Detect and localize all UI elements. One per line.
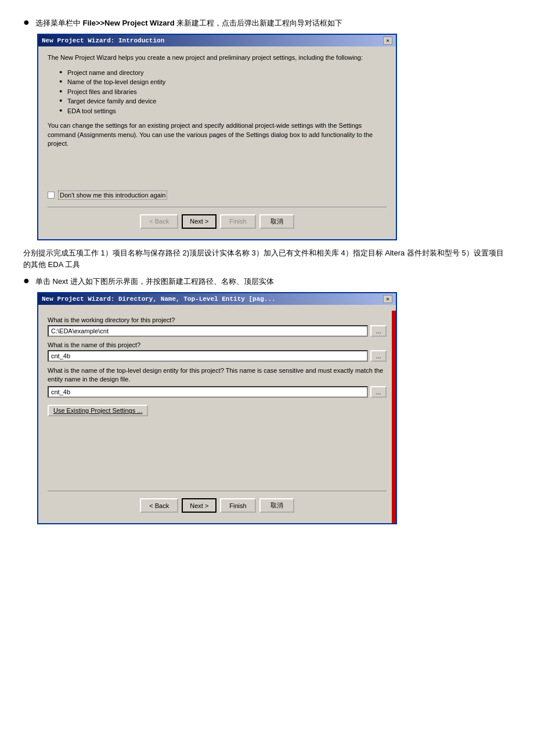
cancel-button-2[interactable]: 取消	[259, 498, 294, 513]
project-name-browse-btn[interactable]: ...	[370, 350, 387, 362]
bullet-dot-1: ●	[23, 16, 30, 28]
dialog-1-button-row: < Back Next > Finish 取消	[48, 212, 387, 232]
back-button-2[interactable]: < Back	[140, 498, 178, 513]
top-level-row: ...	[48, 386, 387, 398]
dialog-1-close-btn[interactable]: ✕	[383, 37, 392, 45]
top-level-input[interactable]	[48, 386, 368, 398]
working-dir-row: ...	[48, 325, 387, 337]
project-name-input[interactable]	[48, 350, 368, 362]
bullet-item-2: ● 单击 Next 进入如下图所示界面，并按图新建工程路径、名称、顶层实体	[23, 276, 511, 287]
dialog-2-divider	[48, 491, 387, 491]
dialog-2-button-row: < Back Next > Finish 取消	[48, 496, 387, 516]
bullet-dot-2: ●	[23, 275, 30, 287]
red-scroll-bar	[392, 311, 396, 524]
dialog-2-close-btn[interactable]: ✕	[383, 295, 392, 303]
list-item: Name of the top-level design entity	[59, 77, 387, 87]
list-item: Project files and libraries	[59, 87, 387, 97]
dont-show-label: Don't show me this introduction again	[58, 190, 167, 200]
dialog-1-titlebar: New Project Wizard: Introduction ✕	[38, 35, 396, 46]
dialog-2-title: New Project Wizard: Directory, Name, Top…	[42, 296, 276, 303]
dialog-1-note: You can change the settings for an exist…	[48, 121, 387, 148]
list-item: Project name and directory	[59, 68, 387, 78]
dialog-1-title: New Project Wizard: Introduction	[42, 37, 164, 44]
label-project-name: What is the name of this project?	[48, 341, 387, 348]
next-button-1[interactable]: Next >	[182, 214, 217, 229]
dialog-1: New Project Wizard: Introduction ✕ The N…	[37, 34, 397, 240]
bold-text-1: File>>New Project Wizard	[83, 19, 175, 27]
back-button-1[interactable]: < Back	[140, 214, 178, 229]
finish-button-2[interactable]: Finish	[220, 498, 255, 513]
dialog-2: New Project Wizard: Directory, Name, Top…	[37, 292, 397, 525]
label-working-dir: What is the working directory for this p…	[48, 316, 387, 323]
dialog-1-content: The New Project Wizard helps you create …	[38, 46, 396, 239]
top-level-browse-btn[interactable]: ...	[370, 386, 387, 398]
bullet-item-1: ● 选择菜单栏中 File>>New Project Wizard 来新建工程，…	[23, 17, 511, 29]
use-existing-row: Use Existing Project Settings ...	[48, 402, 387, 419]
dialog-1-bullet-list: Project name and directory Name of the t…	[59, 68, 387, 116]
bullet-text-2: 单击 Next 进入如下图所示界面，并按图新建工程路径、名称、顶层实体	[35, 276, 274, 287]
dialog-2-titlebar: New Project Wizard: Directory, Name, Top…	[38, 293, 396, 305]
working-dir-browse-btn[interactable]: ...	[370, 325, 387, 337]
finish-button-1[interactable]: Finish	[220, 214, 255, 229]
use-existing-project-settings-button[interactable]: Use Existing Project Settings ...	[48, 405, 148, 416]
dont-show-checkbox[interactable]	[48, 192, 55, 199]
list-item: Target device family and device	[59, 96, 387, 106]
dialog-2-content: What is the working directory for this p…	[38, 305, 396, 524]
working-dir-input[interactable]	[48, 325, 368, 337]
cancel-button-1[interactable]: 取消	[259, 214, 294, 229]
next-button-2[interactable]: Next >	[182, 498, 217, 513]
description-1: 分别提示完成五项工作 1）项目名称与保存路径 2)顶层设计实体名称 3）加入已有…	[23, 247, 511, 272]
label-top-level: What is the name of the top-level design…	[48, 366, 387, 384]
dialog-1-intro: The New Project Wizard helps you create …	[48, 53, 387, 62]
bullet-text-1: 选择菜单栏中 File>>New Project Wizard 来新建工程，点击…	[35, 17, 342, 29]
list-item: EDA tool settings	[59, 106, 387, 116]
project-name-row: ...	[48, 350, 387, 362]
description-text-1: 分别提示完成五项工作 1）项目名称与保存路径 2)顶层设计实体名称 3）加入已有…	[23, 249, 504, 269]
dialog-1-divider	[48, 207, 387, 207]
dialog-1-checkbox-row: Don't show me this introduction again	[48, 190, 387, 200]
